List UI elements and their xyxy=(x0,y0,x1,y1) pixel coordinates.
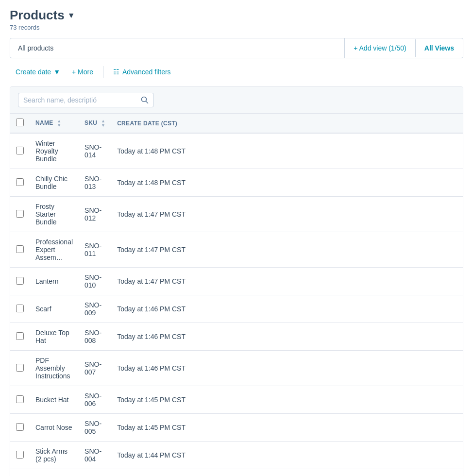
th-date-label: CREATE DATE (CST) xyxy=(117,120,177,127)
row-checkbox[interactable] xyxy=(16,364,24,372)
create-date-filter-button[interactable]: Create date ▼ xyxy=(10,65,66,79)
row-create-date: Today at 1:44 PM CST xyxy=(111,442,463,469)
page-title: Products xyxy=(10,8,65,23)
search-input-wrapper xyxy=(18,93,154,107)
table-header: NAME ▲▼ SKU ▲▼ CREATE DATE (CST) xyxy=(10,114,463,134)
row-sku: SNO-010 xyxy=(79,268,111,295)
table-body: Winter Royalty Bundle SNO-014 Today at 1… xyxy=(10,133,463,476)
row-checkbox[interactable] xyxy=(16,395,24,403)
row-create-date: Today at 1:47 PM CST xyxy=(111,268,463,295)
table-row: Lantern SNO-010 Today at 1:47 PM CST xyxy=(10,268,463,295)
svg-line-1 xyxy=(146,102,148,103)
filter-separator xyxy=(103,66,103,78)
row-sku: SNO-013 xyxy=(79,169,111,197)
name-sort-icon[interactable]: ▲▼ xyxy=(57,119,61,128)
row-checkbox[interactable] xyxy=(16,305,24,312)
table-row: Scarf SNO-009 Today at 1:46 PM CST xyxy=(10,295,463,323)
row-name[interactable]: Coal Mouth Pieces (10 pcs) xyxy=(30,469,79,476)
row-name[interactable]: Lantern xyxy=(30,268,79,295)
row-name[interactable]: Carrot Nose xyxy=(30,414,79,442)
table-header-row: NAME ▲▼ SKU ▲▼ CREATE DATE (CST) xyxy=(10,114,463,134)
row-checkbox[interactable] xyxy=(16,451,24,459)
row-create-date: Today at 1:48 PM CST xyxy=(111,169,463,197)
row-checkbox-cell xyxy=(10,351,30,386)
row-checkbox[interactable] xyxy=(16,423,24,431)
row-checkbox[interactable] xyxy=(16,210,24,218)
all-views-button[interactable]: All Views xyxy=(415,39,463,57)
row-name[interactable]: Deluxe Top Hat xyxy=(30,323,79,351)
row-create-date: Today at 1:46 PM CST xyxy=(111,351,463,386)
table-row: Bucket Hat SNO-006 Today at 1:45 PM CST xyxy=(10,386,463,414)
table-row: PDF Assembly Instructions SNO-007 Today … xyxy=(10,351,463,386)
row-sku: SNO-014 xyxy=(79,133,111,169)
page-container: Products ▼ 73 records All products + Add… xyxy=(0,0,473,476)
row-create-date: Today at 1:46 PM CST xyxy=(111,295,463,323)
header-checkbox-cell xyxy=(10,114,30,134)
row-checkbox-cell xyxy=(10,295,30,323)
sku-sort-icon[interactable]: ▲▼ xyxy=(101,119,105,128)
add-view-button[interactable]: + Add view (1/50) xyxy=(345,39,415,57)
th-sku-label: SKU xyxy=(84,119,97,126)
row-checkbox-cell xyxy=(10,386,30,414)
row-checkbox[interactable] xyxy=(16,178,24,186)
row-sku: SNO-004 xyxy=(79,442,111,469)
table-row: Carrot Nose SNO-005 Today at 1:45 PM CST xyxy=(10,414,463,442)
create-date-chevron-icon: ▼ xyxy=(53,68,60,76)
row-name[interactable]: Chilly Chic Bundle xyxy=(30,169,79,197)
more-filter-button[interactable]: + More xyxy=(66,65,99,79)
table-section: NAME ▲▼ SKU ▲▼ CREATE DATE (CST) Winte xyxy=(10,86,463,476)
search-icon xyxy=(141,96,149,104)
records-count: 73 records xyxy=(10,24,463,31)
row-checkbox[interactable] xyxy=(16,245,24,253)
row-checkbox-cell xyxy=(10,414,30,442)
search-input[interactable] xyxy=(23,96,138,104)
row-create-date: Today at 1:44 PM CST xyxy=(111,469,463,476)
table-row: Chilly Chic Bundle SNO-013 Today at 1:48… xyxy=(10,169,463,197)
row-sku: SNO-007 xyxy=(79,351,111,386)
table-row: Frosty Starter Bundle SNO-012 Today at 1… xyxy=(10,197,463,232)
row-sku: SNO-005 xyxy=(79,414,111,442)
row-checkbox-cell xyxy=(10,169,30,197)
row-sku: SNO-008 xyxy=(79,323,111,351)
row-name[interactable]: Professional Expert Assem… xyxy=(30,232,79,268)
search-container xyxy=(10,87,463,113)
table-row: Coal Mouth Pieces (10 pcs) SNO-003 Today… xyxy=(10,469,463,476)
row-checkbox-cell xyxy=(10,469,30,476)
row-checkbox[interactable] xyxy=(16,147,24,154)
row-create-date: Today at 1:46 PM CST xyxy=(111,323,463,351)
th-name: NAME ▲▼ xyxy=(30,114,79,134)
row-name[interactable]: Winter Royalty Bundle xyxy=(30,133,79,169)
header-checkbox[interactable] xyxy=(16,119,24,126)
row-checkbox-cell xyxy=(10,268,30,295)
table-row: Stick Arms (2 pcs) SNO-004 Today at 1:44… xyxy=(10,442,463,469)
row-create-date: Today at 1:47 PM CST xyxy=(111,232,463,268)
filters-bar: Create date ▼ + More ☷ Advanced filters xyxy=(10,65,463,79)
table-row: Deluxe Top Hat SNO-008 Today at 1:46 PM … xyxy=(10,323,463,351)
views-bar: All products + Add view (1/50) All Views xyxy=(10,38,463,58)
row-name[interactable]: Bucket Hat xyxy=(30,386,79,414)
row-checkbox[interactable] xyxy=(16,332,24,340)
row-name[interactable]: Stick Arms (2 pcs) xyxy=(30,442,79,469)
create-date-filter-label: Create date xyxy=(16,68,51,76)
row-name[interactable]: PDF Assembly Instructions xyxy=(30,351,79,386)
filter-lines-icon: ☷ xyxy=(113,68,119,76)
row-create-date: Today at 1:48 PM CST xyxy=(111,133,463,169)
row-checkbox-cell xyxy=(10,232,30,268)
title-dropdown-icon[interactable]: ▼ xyxy=(68,11,75,20)
row-name[interactable]: Scarf xyxy=(30,295,79,323)
advanced-filters-button[interactable]: ☷ Advanced filters xyxy=(107,65,177,79)
table-row: Professional Expert Assem… SNO-011 Today… xyxy=(10,232,463,268)
th-create-date: CREATE DATE (CST) xyxy=(111,114,463,134)
row-checkbox[interactable] xyxy=(16,277,24,285)
row-checkbox-cell xyxy=(10,442,30,469)
page-title-row: Products ▼ xyxy=(10,8,463,23)
row-name[interactable]: Frosty Starter Bundle xyxy=(30,197,79,232)
th-name-label: NAME xyxy=(35,119,53,126)
row-create-date: Today at 1:45 PM CST xyxy=(111,414,463,442)
row-sku: SNO-009 xyxy=(79,295,111,323)
row-checkbox-cell xyxy=(10,323,30,351)
page-header: Products ▼ 73 records xyxy=(10,8,463,31)
row-sku: SNO-011 xyxy=(79,232,111,268)
current-view-tab[interactable]: All products xyxy=(10,39,344,57)
row-create-date: Today at 1:45 PM CST xyxy=(111,386,463,414)
